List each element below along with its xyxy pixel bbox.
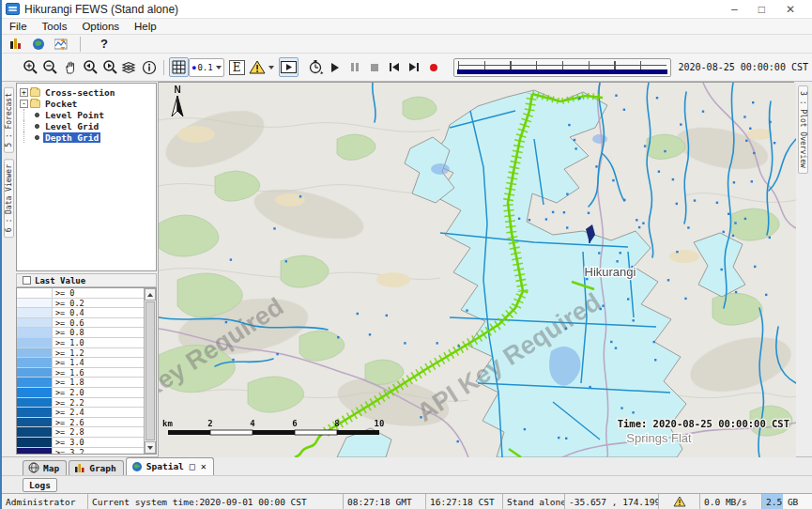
legend-row: >= 3.2	[17, 448, 144, 455]
legend-row: >= 2.0	[17, 388, 144, 398]
info-icon[interactable]	[139, 57, 159, 77]
expand-icon[interactable]: +	[20, 88, 28, 97]
status-local-time: 16:27:18 CST	[426, 494, 503, 509]
toolbar-separator	[163, 60, 164, 75]
status-system-time: Current system time:2020-09-01 00:00 CST	[88, 494, 344, 509]
legend-color-swatch	[17, 388, 53, 397]
svg-text:2: 2	[207, 419, 212, 428]
zoom-next-icon[interactable]	[100, 57, 119, 77]
menu-tools[interactable]: Tools	[35, 20, 75, 33]
database-icon[interactable]	[8, 36, 24, 53]
tab-forecast[interactable]: 5 : Forecast	[4, 87, 14, 153]
close-button[interactable]: ✕	[786, 3, 795, 16]
status-mode: Stand alone	[503, 494, 565, 509]
spatial-map[interactable]: API Key Required API Key Required N km	[159, 82, 794, 456]
legend-rows: >= 0 >= 0.2 >= 0.4	[17, 288, 144, 454]
legend-threshold-label: >= 2.2	[53, 398, 87, 408]
svg-text:km: km	[162, 419, 173, 428]
legend-row: >= 0.6	[17, 318, 144, 329]
legend-threshold-label: >= 0.8	[53, 328, 87, 337]
tree-item-cross-section[interactable]: + Cross-section	[20, 86, 156, 98]
legend-threshold-label: >= 0	[53, 288, 77, 298]
warning-icon	[249, 60, 266, 74]
zoom-in-icon[interactable]	[21, 57, 40, 77]
time-slider[interactable]	[453, 58, 671, 77]
step-back-button[interactable]	[385, 57, 405, 77]
status-coordinates: -35.657 , 174.199	[565, 494, 659, 509]
legend-row: >= 3.0	[17, 438, 144, 448]
pan-hand-icon[interactable]	[60, 57, 80, 77]
scalar-chart-icon[interactable]	[53, 36, 69, 53]
node-bullet-icon	[35, 135, 39, 140]
scrollbar-thumb[interactable]	[146, 301, 155, 440]
status-gmt-time: 08:27:18 GMT	[344, 494, 426, 509]
legend-threshold-label: >= 2.6	[53, 418, 87, 427]
tab-spatial[interactable]: Spatial □ ✕	[126, 457, 214, 475]
legend-row: >= 1.4	[17, 358, 144, 368]
pause-button[interactable]	[345, 57, 365, 77]
tab-plot-overview[interactable]: 3 : Plot Overview	[798, 85, 808, 174]
help-button[interactable]: ?	[100, 37, 108, 51]
scroll-down-icon[interactable]	[145, 441, 156, 454]
menu-help[interactable]: Help	[127, 20, 164, 33]
legend-row: >= 1.6	[17, 368, 144, 378]
legend-scrollbar[interactable]	[144, 288, 156, 454]
maximize-button[interactable]: □	[758, 3, 765, 16]
main-toolbar: ?	[2, 35, 812, 54]
tab-graph[interactable]: Graph	[69, 460, 124, 475]
logs-row: Logs	[2, 475, 812, 493]
logs-button[interactable]: Logs	[23, 478, 57, 492]
grid-display-toggle[interactable]	[169, 57, 189, 77]
layers-icon[interactable]	[119, 57, 139, 77]
zoom-previous-icon[interactable]	[80, 57, 100, 77]
legend-row: >= 2.8	[17, 427, 144, 438]
time-slider-range[interactable]	[457, 69, 667, 74]
legend-color-swatch	[17, 427, 53, 437]
legend-threshold-label: >= 0.2	[53, 299, 87, 308]
legend-color-swatch	[17, 408, 53, 417]
tree-item-pocket[interactable]: - Pocket	[20, 98, 156, 109]
legend-color-swatch	[17, 288, 53, 298]
play-button[interactable]	[326, 57, 345, 77]
svg-text:N: N	[174, 85, 180, 95]
tree-item-level-grid[interactable]: Level Grid	[20, 120, 156, 131]
tree-item-level-point[interactable]: Level Point	[20, 109, 156, 120]
stop-button[interactable]	[365, 57, 385, 77]
step-forward-button[interactable]	[405, 57, 424, 77]
tab-restore-button[interactable]: □	[190, 461, 195, 471]
animation-icon[interactable]	[279, 57, 299, 77]
svg-text:4: 4	[250, 419, 255, 428]
menu-options[interactable]: Options	[74, 20, 127, 33]
warning-filter-dropdown[interactable]	[247, 58, 276, 77]
legend-threshold-label: >= 1.6	[53, 368, 87, 378]
tree-guide-line	[23, 131, 33, 143]
legend-color-swatch	[17, 438, 53, 447]
globe-icon[interactable]	[30, 36, 47, 53]
minimize-button[interactable]: –	[731, 3, 738, 16]
node-bullet-icon	[35, 124, 39, 129]
status-download-rate: 0.0 MB/s	[700, 494, 762, 509]
legend-color-swatch	[17, 398, 53, 408]
label-toggle[interactable]: E	[227, 57, 247, 77]
last-value-checkbox[interactable]	[23, 276, 31, 285]
legend-threshold-label: >= 1.2	[53, 348, 87, 358]
grid-threshold-dropdown[interactable]: ● 0.1	[189, 58, 224, 77]
application-window: Hikurangi FEWS (Stand alone) – □ ✕ File …	[0, 0, 812, 509]
scroll-up-icon[interactable]	[145, 288, 156, 301]
threshold-value: 0.1	[197, 63, 212, 72]
tree-item-depth-grid[interactable]: Depth Grid	[20, 131, 156, 143]
collapse-icon[interactable]: -	[20, 100, 28, 108]
legend-threshold-label: >= 3.2	[53, 448, 87, 455]
zoom-out-icon[interactable]	[40, 57, 60, 77]
status-user: Administrator	[2, 494, 88, 509]
svg-text:6: 6	[292, 419, 297, 428]
timer-settings-icon[interactable]	[306, 57, 326, 77]
menu-file[interactable]: File	[2, 20, 35, 33]
tab-data-viewer[interactable]: 6 : Data Viewer	[4, 159, 14, 238]
legend-threshold-label: >= 0.6	[53, 318, 87, 328]
legend-row: >= 1.8	[17, 378, 144, 388]
tab-close-button[interactable]: ✕	[201, 461, 207, 471]
tab-map[interactable]: Map	[23, 460, 67, 475]
status-warning-cell[interactable]	[659, 494, 700, 509]
record-button[interactable]	[424, 57, 444, 77]
